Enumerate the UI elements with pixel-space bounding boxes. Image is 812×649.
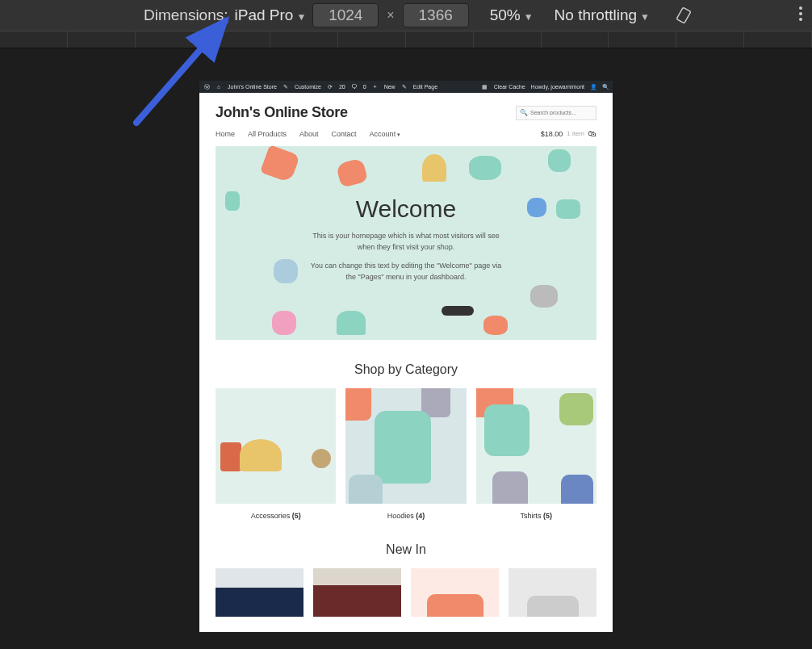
hero-banner: Welcome This is your homepage which is w… [216, 146, 596, 340]
devtools-device-toolbar: Dimensions: iPad Pro▼ × 50%▼ No throttli… [0, 0, 812, 31]
customize-link[interactable]: Customize [295, 84, 321, 90]
chevron-down-icon: ▾ [397, 132, 400, 137]
shop-by-category-title: Shop by Category [199, 362, 613, 377]
avatar-icon[interactable]: 👤 [590, 84, 596, 90]
more-options-icon[interactable] [799, 6, 802, 21]
howdy-link[interactable]: Howdy, joewarnimont [531, 84, 584, 90]
clear-cache-link[interactable]: Clear Cache [494, 84, 525, 90]
customize-icon[interactable]: ✎ [283, 84, 289, 90]
rotate-icon[interactable] [674, 6, 693, 25]
hero-paragraph-1: This is your homepage which is what most… [309, 231, 503, 253]
site-header: John's Online Store 🔍 [199, 93, 613, 121]
edit-icon[interactable]: ✎ [401, 84, 408, 90]
edit-page-link[interactable]: Edit Page [413, 84, 437, 90]
home-icon[interactable]: ⌂ [216, 84, 222, 90]
ruler [0, 31, 812, 48]
category-card-hoodies[interactable]: Hoodies (4) [345, 388, 466, 520]
category-label: Tshirts (5) [476, 512, 596, 520]
product-card[interactable] [509, 568, 596, 617]
device-viewport: ⓦ ⌂ John's Online Store ✎ Customize ⟳ 20… [199, 81, 613, 632]
new-in-grid [199, 568, 613, 617]
chevron-down-icon: ▼ [296, 11, 306, 23]
site-title[interactable]: John's Online Store [216, 104, 348, 121]
category-card-tshirts[interactable]: Tshirts (5) [476, 388, 596, 520]
updates-icon[interactable]: ⟳ [327, 84, 333, 90]
nav-all-products[interactable]: All Products [248, 130, 287, 138]
category-image [345, 388, 466, 504]
updates-count[interactable]: 20 [339, 84, 345, 90]
new-in-title: New In [199, 542, 613, 557]
hero-paragraph-2: You can change this text by editing the … [309, 261, 503, 283]
category-grid: Accessories (5) Hoodies (4) Tshirts (5) [199, 388, 613, 520]
category-image [476, 388, 596, 504]
plus-icon[interactable]: + [372, 84, 379, 90]
product-card[interactable] [411, 568, 499, 617]
nav-contact[interactable]: Contact [332, 130, 357, 138]
throttling-select[interactable]: No throttling▼ [555, 6, 650, 24]
cache-icon[interactable]: ▦ [482, 84, 488, 90]
nav-account[interactable]: Account▾ [370, 130, 401, 138]
category-label: Hoodies (4) [345, 512, 466, 520]
times-icon: × [387, 8, 394, 23]
category-image [216, 388, 336, 504]
svg-rect-0 [676, 7, 691, 23]
site-name-link[interactable]: John's Online Store [228, 84, 277, 90]
search-icon: 🔍 [520, 109, 528, 116]
cart-price: $18.00 [541, 130, 563, 138]
nav-home[interactable]: Home [216, 130, 235, 138]
product-search-box[interactable]: 🔍 [516, 106, 596, 120]
product-card[interactable] [216, 568, 303, 617]
width-input[interactable] [312, 3, 379, 27]
search-icon[interactable]: 🔍 [602, 84, 609, 90]
hero-title: Welcome [356, 195, 456, 223]
height-input[interactable] [403, 3, 469, 27]
nav-about[interactable]: About [299, 130, 319, 138]
product-card[interactable] [313, 568, 401, 617]
comments-icon[interactable]: 🗨 [351, 84, 358, 90]
chevron-down-icon: ▼ [524, 11, 534, 23]
search-input[interactable] [530, 110, 592, 115]
cart-items: 1 item [567, 130, 584, 137]
cart-link[interactable]: $18.00 1 item 🛍 [541, 129, 596, 138]
cart-icon: 🛍 [588, 129, 596, 138]
comments-count[interactable]: 0 [363, 84, 366, 90]
zoom-select[interactable]: 50%▼ [490, 6, 534, 24]
site-nav: Home All Products About Contact Account▾… [199, 121, 613, 146]
category-card-accessories[interactable]: Accessories (5) [216, 388, 336, 520]
wordpress-icon[interactable]: ⓦ [203, 83, 210, 91]
new-link[interactable]: New [384, 84, 396, 90]
wp-admin-bar[interactable]: ⓦ ⌂ John's Online Store ✎ Customize ⟳ 20… [199, 81, 613, 93]
category-label: Accessories (5) [216, 512, 336, 520]
chevron-down-icon: ▼ [640, 11, 650, 23]
device-select[interactable]: iPad Pro▼ [235, 6, 307, 24]
dimensions-label: Dimensions: [144, 6, 228, 24]
